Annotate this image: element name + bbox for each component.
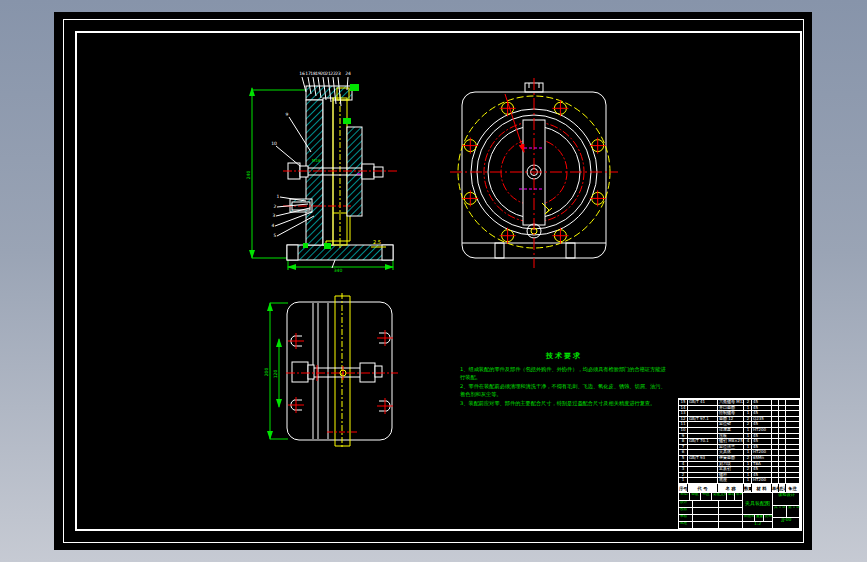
technical-requirements-title: 技术要求 (460, 351, 668, 361)
tb-count: 处数 (690, 493, 701, 501)
tb-check: 校核 (679, 508, 693, 515)
tb-audit-sign (693, 515, 719, 522)
tb-design: 设计 (679, 501, 693, 508)
tb-scale-value: 1:2 (743, 522, 773, 530)
tb-date: 年月日 (735, 493, 743, 501)
tb-audit: 审核 (679, 515, 693, 522)
tb-scale: 比例 (764, 515, 773, 522)
cad-viewport: 240 340 (0, 0, 867, 562)
tb-design-sign (693, 501, 719, 508)
tb-change-no: 更改文件号 (712, 493, 727, 501)
parts-list: 1 底座 1 HT200 2 螺杆 1 45 3 支承钉 (679, 399, 799, 483)
tech-req-item: 3、装配前应对零、部件的主要配合尺寸，特别是过盈配合尺寸及相关精度进行复查。 (460, 399, 668, 407)
tb-weight: 重量 (755, 515, 764, 522)
tb-approve: 批准 (679, 522, 693, 529)
technical-requirements-list: 1、组成装配的零件及部件（包括外购件、外协件），均必须具有检验部门的合格证方能进… (460, 365, 668, 407)
tb-design-date (719, 501, 743, 508)
technical-requirements: 技术要求 1、组成装配的零件及部件（包括外购件、外协件），均必须具有检验部门的合… (460, 351, 668, 408)
tb-sheets: 共 1 张 (773, 506, 787, 518)
title-block: 1 底座 1 HT200 2 螺杆 1 45 3 支承钉 (678, 398, 800, 529)
tb-sign: 签名 (727, 493, 735, 501)
tb-approve-sign (693, 522, 719, 529)
tech-req-item: 2、零件在装配前必须清理和清洗干净，不得有毛刺、飞边、氧化皮、锈蚀、切屑、油污、… (460, 382, 668, 398)
tech-req-item: 1、组成装配的零件及部件（包括外购件、外协件），均必须具有检验部门的合格证方能进… (460, 365, 668, 381)
title-block-grid: 标记 处数 分区 更改文件号 签名 年月日 设计 校核 审核 批准 夹具装配图 … (679, 492, 799, 528)
tb-drawing-no: JJ-00 (773, 518, 800, 530)
tb-mark: 标记 (679, 493, 690, 501)
tb-company: 课程设计 (773, 493, 800, 506)
parts-list-header: 序号 代 号 名 称 数量 材 料 单件 总计 备注 (679, 483, 799, 492)
tb-sheet-no: 第 1 张 (787, 506, 800, 518)
tb-drawing-name: 夹具装配图 (743, 493, 773, 515)
tb-stage: 阶段标记 (743, 515, 755, 522)
tb-audit-date (719, 515, 743, 522)
tb-check-date (719, 508, 743, 515)
tb-zone: 分区 (701, 493, 712, 501)
tb-check-sign (693, 508, 719, 515)
tb-approve-date (719, 522, 743, 529)
